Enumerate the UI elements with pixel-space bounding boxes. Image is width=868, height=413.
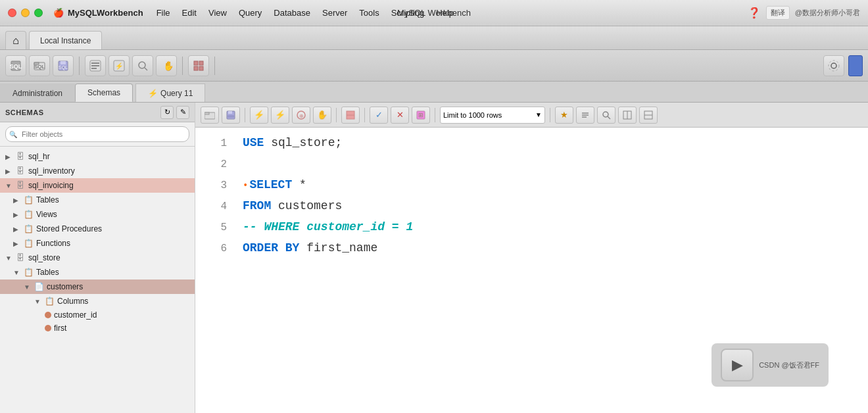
tree-item-sql-invoicing[interactable]: ▼ 🗄 sql_invoicing — [0, 178, 195, 193]
tree-item-tables-store[interactable]: ▼ 📋 Tables — [0, 265, 195, 279]
folder-icon-functions: 📋 — [23, 238, 34, 249]
tab-query[interactable]: ⚡ Query 11 — [135, 84, 205, 102]
q-separator-2 — [336, 108, 337, 122]
tree-label-views-inv: Views — [36, 210, 57, 219]
lines-btn[interactable] — [576, 107, 594, 124]
search-query-btn[interactable] — [597, 107, 615, 124]
menu-server[interactable]: Server — [322, 8, 347, 18]
panel-toggle-btn[interactable] — [848, 55, 863, 76]
app-name: 🍎 MySQLWorkbench — [53, 8, 143, 18]
stop-btn[interactable]: ✋ — [313, 107, 331, 124]
apple-menu-icon[interactable]: 🍎 — [53, 8, 64, 18]
svg-line-39 — [608, 116, 610, 119]
code-content-4: FROM customers — [243, 196, 342, 216]
code-use-value: sql_store; — [271, 136, 342, 149]
tree-item-sql-store[interactable]: ▼ 🗄 sql_store — [0, 251, 195, 265]
menu-edit[interactable]: Edit — [182, 8, 197, 18]
save-btn[interactable]: SQL — [53, 55, 74, 76]
limit-arrow: ▼ — [535, 111, 542, 118]
tree-item-tables-inv[interactable]: ▶ 📋 Tables — [0, 193, 195, 207]
tree-item-customers[interactable]: ▼ 📄 customers — [0, 279, 195, 294]
translate-button[interactable]: 翻译 — [766, 6, 790, 20]
code-content-1: USE sql_store; — [243, 133, 342, 153]
svg-point-38 — [603, 112, 608, 117]
arrow-columns: ▼ — [34, 298, 42, 305]
tree-item-columns[interactable]: ▼ 📋 Columns — [0, 294, 195, 308]
close-window-button[interactable] — [8, 9, 16, 17]
column-icon-customer-id — [45, 312, 51, 318]
save-script-btn[interactable] — [222, 107, 240, 124]
execute-btn[interactable]: ⚡ — [250, 107, 268, 124]
explain-btn[interactable]: ⊕ — [292, 107, 310, 124]
folder-icon-tables-inv: 📋 — [23, 195, 34, 205]
tab-schemas[interactable]: Schemas — [75, 84, 133, 102]
play-button-overlay[interactable]: ▶ — [721, 349, 754, 381]
magnify-btn[interactable] — [132, 55, 153, 76]
app-title: MySQLWorkbench — [68, 8, 143, 18]
tree-label-sql-inventory: sql_inventory — [28, 166, 75, 176]
grid-btn[interactable] — [188, 55, 209, 76]
tree-label-sql-invoicing: sql_invoicing — [28, 181, 74, 190]
tree-item-stored-procedures[interactable]: ▶ 📋 Stored Procedures — [0, 222, 195, 236]
hand-btn[interactable]: ✋ — [156, 55, 177, 76]
svg-point-15 — [139, 62, 145, 68]
tree-label-first: first — [54, 324, 66, 333]
toggle-output-btn[interactable] — [341, 107, 360, 124]
home-tab-button[interactable]: ⌂ — [5, 31, 26, 49]
q-separator-5 — [550, 108, 550, 122]
schema-action-create[interactable]: ✎ — [176, 106, 189, 119]
tree-item-first[interactable]: first — [0, 322, 195, 335]
svg-rect-12 — [91, 68, 97, 69]
minimize-window-button[interactable] — [21, 9, 30, 17]
new-query-icon-btn[interactable]: SQL — [5, 55, 26, 76]
schema-action-refresh[interactable]: ↻ — [160, 106, 174, 119]
menu-tools[interactable]: Tools — [359, 8, 379, 18]
check-btn[interactable]: ✓ — [370, 107, 388, 124]
toggle-btn-1[interactable] — [85, 55, 106, 76]
folder-icon-views-inv: 📋 — [23, 209, 34, 220]
menu-view[interactable]: View — [208, 8, 227, 18]
main-toolbar: SQL SQL SQL ⚡ ✋ — [0, 50, 868, 82]
svg-rect-18 — [194, 61, 198, 65]
line-number-4: 4 — [206, 198, 227, 216]
tree-item-functions[interactable]: ▶ 📋 Functions — [0, 236, 195, 251]
open-script-btn[interactable] — [201, 107, 219, 124]
traffic-lights — [8, 9, 43, 17]
tree-item-sql-inventory[interactable]: ▶ 🗄 sql_inventory — [0, 164, 195, 178]
limit-rows-select[interactable]: Limit to 1000 rows ▼ — [440, 107, 545, 124]
execute-current-btn[interactable]: ⚡ — [271, 107, 289, 124]
column-icon-first — [45, 325, 51, 331]
tree-label-functions: Functions — [36, 239, 70, 248]
tree-label-customer-id: customer_id — [54, 310, 97, 320]
svg-rect-19 — [199, 61, 203, 65]
side-panel-btn[interactable] — [639, 107, 658, 124]
titlebar-right: ❓ 翻译 @数据分析师小哥君 — [748, 6, 860, 20]
open-file-btn[interactable]: SQL — [29, 55, 50, 76]
filter-input[interactable] — [5, 126, 189, 142]
toolbar-separator-3 — [214, 57, 215, 75]
home-icon: ⌂ — [12, 35, 19, 47]
svg-point-22 — [831, 63, 836, 68]
folder-icon-columns: 📋 — [44, 296, 55, 306]
tree-item-customer-id[interactable]: customer_id — [0, 308, 195, 322]
menu-database[interactable]: Database — [274, 8, 310, 18]
folder-icon-stored-procedures: 📋 — [23, 224, 34, 234]
menu-file[interactable]: File — [157, 8, 170, 18]
tree-item-views-inv[interactable]: ▶ 📋 Views — [0, 207, 195, 222]
toggle-btn-2[interactable]: ⚡ — [108, 55, 130, 76]
menu-query[interactable]: Query — [239, 8, 262, 18]
code-content-5: -- WHERE customer_id = 1 — [243, 217, 413, 237]
svg-rect-10 — [91, 62, 99, 64]
settings-btn[interactable] — [823, 55, 844, 76]
local-instance-tab[interactable]: Local Instance — [29, 31, 102, 49]
export-btn[interactable]: ⊞ — [412, 107, 430, 124]
close-query-btn[interactable]: ✕ — [391, 107, 409, 124]
keyword-from: FROM — [243, 199, 271, 212]
keyword-use: USE — [243, 136, 264, 149]
tree-item-sql-hr[interactable]: ▶ 🗄 sql_hr — [0, 149, 195, 164]
titlebar: 🍎 MySQLWorkbench File Edit View Query Da… — [0, 0, 868, 26]
tab-administration[interactable]: Administration — [0, 84, 75, 102]
split-view-btn[interactable] — [618, 107, 637, 124]
maximize-window-button[interactable] — [34, 9, 43, 17]
bookmark-btn[interactable]: ★ — [555, 107, 573, 124]
